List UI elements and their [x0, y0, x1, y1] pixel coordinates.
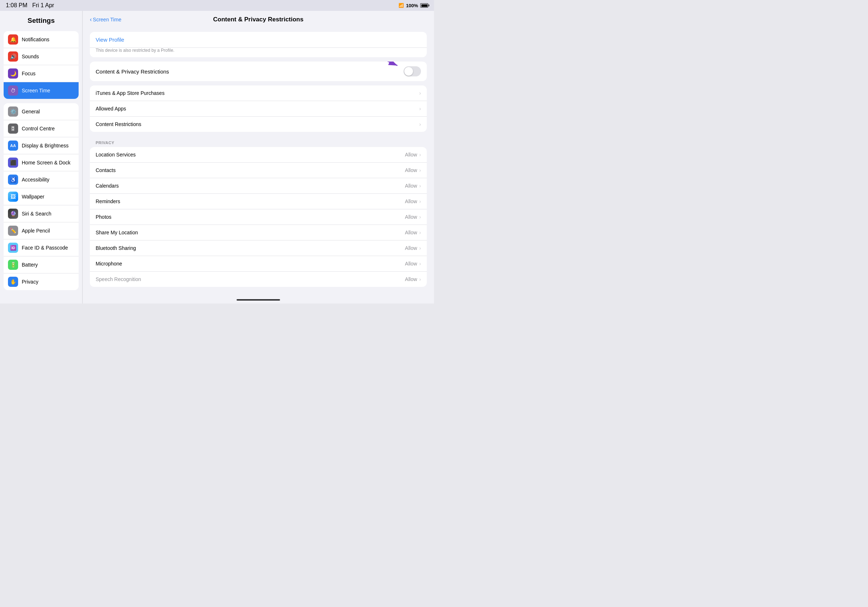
- main-content: ‹ Screen Time Content & Privacy Restrict…: [82, 11, 434, 304]
- microphone-label: Microphone: [96, 261, 122, 266]
- calendars-row[interactable]: Calendars Allow ›: [90, 178, 427, 194]
- calendars-label: Calendars: [96, 183, 119, 189]
- speech-right: Allow ›: [405, 276, 421, 282]
- notifications-icon: 🔔: [8, 34, 18, 45]
- sidebar-item-applepencil[interactable]: ✏️ Apple Pencil: [4, 222, 79, 239]
- calendars-right: Allow ›: [405, 183, 421, 189]
- sidebar-item-battery[interactable]: 🔋 Battery: [4, 256, 79, 273]
- sidebar-section-top: 🔔 Notifications 🔊 Sounds 🌙 Focus ⏱ Scree…: [4, 31, 79, 99]
- contacts-right: Allow ›: [405, 167, 421, 173]
- sidebar-item-label: Screen Time: [22, 88, 50, 93]
- sidebar-item-label: Home Screen & Dock: [22, 160, 71, 166]
- chevron-right-icon: ›: [419, 276, 421, 282]
- contacts-label: Contacts: [96, 167, 116, 173]
- sidebar-item-label: Siri & Search: [22, 211, 51, 217]
- speech-recognition-row[interactable]: Speech Recognition Allow ›: [90, 272, 427, 287]
- battery-percent: 100%: [406, 3, 418, 8]
- sidebar-item-controlcentre[interactable]: 🎛 Control Centre: [4, 120, 79, 137]
- content-header: ‹ Screen Time Content & Privacy Restrict…: [82, 11, 434, 28]
- bluetooth-label: Bluetooth Sharing: [96, 245, 136, 251]
- speech-value: Allow: [405, 276, 417, 282]
- toggle-row: Content & Privacy Restrictions: [90, 62, 427, 81]
- privacy-restrictions-toggle[interactable]: [404, 66, 421, 76]
- privacy-section-header: PRIVACY: [90, 136, 427, 147]
- reminders-row[interactable]: Reminders Allow ›: [90, 194, 427, 209]
- sidebar-item-homescreen[interactable]: ⬛ Home Screen & Dock: [4, 154, 79, 171]
- status-bar: 1:08 PM Fri 1 Apr 📶 100%: [0, 0, 434, 11]
- sidebar-item-label: Accessibility: [22, 177, 49, 183]
- allowed-apps-row[interactable]: Allowed Apps ›: [90, 101, 427, 117]
- content-restrictions-row[interactable]: Content Restrictions ›: [90, 117, 427, 132]
- reminders-right: Allow ›: [405, 198, 421, 204]
- controlcentre-icon: 🎛: [8, 124, 18, 134]
- bluetooth-right: Allow ›: [405, 245, 421, 251]
- battery-icon: [420, 3, 428, 8]
- toggle-knob: [404, 67, 413, 76]
- homescreen-icon: ⬛: [8, 158, 18, 168]
- display-icon: AA: [8, 141, 18, 151]
- sidebar-section-bottom: ⚙️ General 🎛 Control Centre AA Display &…: [4, 103, 79, 290]
- back-chevron-icon: ‹: [90, 16, 91, 23]
- sidebar-item-notifications[interactable]: 🔔 Notifications: [4, 31, 79, 48]
- toggle-label: Content & Privacy Restrictions: [96, 68, 169, 74]
- faceid-icon: 🆔: [8, 243, 18, 253]
- sidebar-item-privacy[interactable]: ✋ Privacy: [4, 273, 79, 290]
- chevron-right-icon: ›: [419, 198, 421, 204]
- view-profile-row[interactable]: View Profile: [90, 32, 427, 48]
- sidebar-item-accessibility[interactable]: ♿ Accessibility: [4, 171, 79, 188]
- sidebar-item-screentime[interactable]: ⏱ Screen Time: [4, 82, 79, 99]
- content-restrictions-label: Content Restrictions: [96, 121, 141, 127]
- share-location-row[interactable]: Share My Location Allow ›: [90, 225, 427, 240]
- back-label: Screen Time: [93, 17, 121, 22]
- reminders-value: Allow: [405, 198, 417, 204]
- privacy-card: Location Services Allow › Contacts Allow…: [90, 147, 427, 287]
- photos-row[interactable]: Photos Allow ›: [90, 209, 427, 225]
- sidebar-item-label: Notifications: [22, 37, 49, 42]
- sidebar-item-siri[interactable]: 🔮 Siri & Search: [4, 205, 79, 222]
- chevron-right-icon: ›: [419, 230, 421, 235]
- restrictions-items-card: iTunes & App Store Purchases › Allowed A…: [90, 85, 427, 132]
- focus-icon: 🌙: [8, 68, 18, 79]
- general-icon: ⚙️: [8, 107, 18, 117]
- sidebar-item-focus[interactable]: 🌙 Focus: [4, 65, 79, 82]
- sidebar-item-displaybrightness[interactable]: AA Display & Brightness: [4, 137, 79, 154]
- wallpaper-icon: 🖼: [8, 192, 18, 202]
- arrow-annotation: [363, 62, 406, 70]
- profile-subtitle: This device is also restricted by a Prof…: [90, 48, 427, 57]
- bluetooth-sharing-row[interactable]: Bluetooth Sharing Allow ›: [90, 240, 427, 256]
- speech-label: Speech Recognition: [96, 276, 141, 282]
- wifi-icon: 📶: [398, 3, 404, 8]
- sidebar-item-faceid[interactable]: 🆔 Face ID & Passcode: [4, 239, 79, 256]
- chevron-right-icon: ›: [419, 214, 421, 220]
- contacts-row[interactable]: Contacts Allow ›: [90, 163, 427, 178]
- sidebar-item-sounds[interactable]: 🔊 Sounds: [4, 48, 79, 65]
- chevron-right-icon: ›: [419, 167, 421, 173]
- location-services-row[interactable]: Location Services Allow ›: [90, 147, 427, 163]
- sidebar-item-general[interactable]: ⚙️ General: [4, 103, 79, 120]
- allowed-apps-label: Allowed Apps: [96, 106, 126, 111]
- contacts-value: Allow: [405, 167, 417, 173]
- itunes-purchases-row[interactable]: iTunes & App Store Purchases ›: [90, 85, 427, 101]
- allowed-apps-right: ›: [419, 106, 421, 111]
- share-location-label: Share My Location: [96, 230, 138, 235]
- sidebar-item-wallpaper[interactable]: 🖼 Wallpaper: [4, 188, 79, 205]
- app-container: Settings 🔔 Notifications 🔊 Sounds 🌙 Focu…: [0, 11, 434, 304]
- itunes-right: ›: [419, 90, 421, 96]
- content-restrictions-right: ›: [419, 121, 421, 127]
- home-indicator: [82, 296, 434, 304]
- toggle-wrapper: [404, 66, 421, 76]
- photos-value: Allow: [405, 214, 417, 220]
- sidebar: Settings 🔔 Notifications 🔊 Sounds 🌙 Focu…: [0, 11, 82, 304]
- microphone-row[interactable]: Microphone Allow ›: [90, 256, 427, 272]
- sidebar-item-label: Display & Brightness: [22, 143, 68, 149]
- chevron-right-icon: ›: [419, 261, 421, 266]
- status-time: 1:08 PM Fri 1 Apr: [6, 2, 54, 9]
- back-button[interactable]: ‹ Screen Time: [90, 16, 121, 23]
- sidebar-item-label: Sounds: [22, 54, 39, 59]
- privacy-section: PRIVACY Location Services Allow › Contac…: [90, 136, 427, 287]
- calendars-value: Allow: [405, 183, 417, 189]
- sidebar-item-label: General: [22, 108, 40, 115]
- sidebar-item-label: Wallpaper: [22, 194, 45, 200]
- sidebar-item-label: Face ID & Passcode: [22, 245, 68, 251]
- view-profile-link[interactable]: View Profile: [96, 37, 124, 43]
